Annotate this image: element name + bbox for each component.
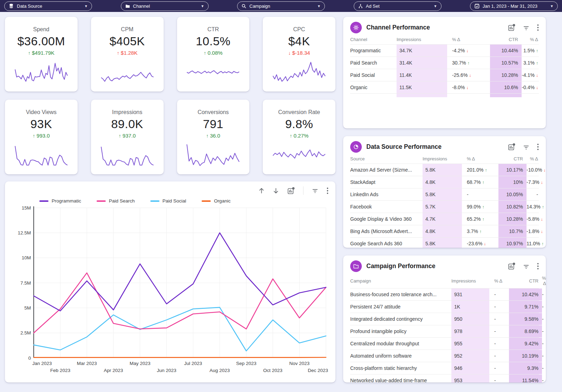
network-icon (350, 22, 362, 33)
kpi-title: CTR (177, 26, 250, 33)
table-row[interactable]: Integrated dedicated contingency 950 - 9… (350, 313, 539, 325)
row-name: Google Search Ads 360 (350, 241, 423, 246)
database-icon (8, 3, 14, 9)
delta-cell: -25.6%↓ (452, 72, 490, 78)
kebab-icon[interactable] (537, 24, 539, 31)
row-name: Paid Social (350, 72, 397, 78)
legend-programmatic[interactable]: Programmatic (39, 198, 81, 204)
table-row[interactable]: Google Search Ads 360 5.8K -23.6%↓ 10.97… (350, 237, 539, 248)
kpi-delta: ↑$1.28K (91, 50, 164, 56)
legend-swatch (39, 200, 48, 202)
filter-icon[interactable] (312, 188, 318, 193)
delta-cell: 3.7%↑ (467, 228, 498, 234)
table-row[interactable]: Centralized modular throughput 955 - 9.4… (350, 337, 539, 350)
left-column: Spend $36.00M ↑$491.79K CPM $405K ↑$1.28… (5, 17, 335, 383)
filter-ad-set[interactable]: Ad Set ▼ (354, 1, 442, 11)
chart-legend: ProgrammaticPaid SearchPaid SocialOrgani… (39, 198, 328, 204)
toolbar-divider (303, 186, 303, 195)
table-row[interactable]: Facebook 5.7K 99.0%↑ 10.82% 14.3%↑ (350, 200, 539, 213)
filter-date-range[interactable]: Jan 1, 2023 - Mar 31, 2023 ▼ (470, 1, 558, 11)
table-row[interactable]: Paid Search 31.4K 30.7%↑ 10.57% 3.1%↑ (350, 57, 539, 69)
svg-text:Aug 2023: Aug 2023 (210, 368, 230, 373)
arrow-down-icon: ↓ (469, 73, 471, 78)
table-row[interactable]: Business-focused zero tolerance arch... … (350, 288, 539, 300)
filter-campaign[interactable]: Campaign ▼ (237, 1, 325, 11)
table-row[interactable]: Networked value-added time-frame 953 - 1… (350, 374, 539, 383)
table-toolbar (508, 24, 539, 31)
table-row[interactable]: Profound intangible policy 978 - 8.69% - (350, 325, 539, 337)
impressions-cell: 4.8K (423, 225, 462, 237)
delta-cell: -1.8%↓ (527, 228, 544, 234)
table-row[interactable]: Paid Social 11.4K -25.6%↓ 10.28% -4.1%↓ (350, 69, 539, 81)
chart-icon[interactable] (508, 263, 515, 270)
table-row[interactable]: Bing Ads (Microsoft Advert... 4.8K 3.7%↑… (350, 225, 539, 237)
svg-text:Jun 2023: Jun 2023 (157, 368, 176, 373)
arrow-down-icon[interactable] (273, 187, 279, 194)
svg-text:Oct 2023: Oct 2023 (263, 368, 282, 373)
filter-icon[interactable] (523, 264, 529, 269)
table-row[interactable]: Persistent 24/7 attitude 1K - 9.71% - (350, 300, 539, 313)
row-name: Amazon Ad Server (Sizme... (350, 167, 423, 173)
filter-channel[interactable]: Channel ▼ (121, 1, 209, 11)
kpi-title: Conversion Rate (263, 109, 335, 115)
table-row[interactable]: Organic 11.5K -8.0%↓ 10.6% -0.4%↓ (350, 81, 539, 93)
delta-cell: 11.0%↑ (527, 241, 544, 246)
channel-performance-card: Channel Performance Channel Impressions … (343, 17, 546, 128)
table-row[interactable]: Programmatic 34.7K -4.2%↓ 10.44% 1.5%↑ (350, 44, 539, 57)
legend-paid-search[interactable]: Paid Search (97, 198, 135, 204)
table-title: Data Source Performance (366, 143, 442, 151)
arrow-up-icon: ↑ (482, 205, 484, 210)
arrow-up-icon[interactable] (259, 187, 264, 194)
table-toolbar (508, 263, 539, 270)
filter-icon[interactable] (523, 144, 529, 150)
ctr-cell: 10.82% (498, 201, 527, 213)
folder-badge-icon (350, 260, 362, 272)
chart-icon[interactable] (508, 24, 515, 31)
chevron-down-icon: ▼ (434, 4, 437, 8)
ctr-cell: 10.97% (498, 238, 527, 248)
chart-icon[interactable] (508, 143, 515, 151)
table-toolbar (508, 143, 539, 151)
kebab-icon[interactable] (537, 144, 539, 150)
kpi-value: 93K (5, 117, 78, 131)
table-row[interactable]: Cross-platform static hierarchy 946 - 9.… (350, 362, 539, 374)
impressions-cell: 34.7K (397, 45, 447, 57)
delta-cell: 30.7%↑ (452, 60, 490, 66)
arrow-up-icon: ↑ (479, 229, 482, 234)
kebab-icon[interactable] (537, 263, 539, 270)
delta-cell: 65.2%↑ (467, 216, 498, 222)
arrow-up-icon: ↑ (482, 180, 484, 185)
table-row[interactable]: LinkedIn Ads 5.8K - 10.05% - (350, 188, 539, 200)
delta-cell: - (542, 341, 544, 346)
ctr-cell: 10% (498, 176, 527, 188)
filter-data-source[interactable]: Data Source ▼ (4, 1, 92, 11)
filter-label: Ad Set (366, 4, 380, 9)
filter-label: Channel (133, 4, 150, 9)
row-name: Cross-platform static hierarchy (350, 365, 451, 371)
kpi-grid: Spend $36.00M ↑$491.79K CPM $405K ↑$1.28… (5, 17, 335, 174)
delta-cell: - (542, 304, 544, 310)
filter-icon[interactable] (523, 25, 529, 31)
legend-paid-social[interactable]: Paid Social (150, 198, 187, 204)
table-title: Channel Performance (366, 24, 430, 31)
arrow-up-icon: ↑ (204, 50, 206, 56)
col-label: CTR (490, 37, 522, 42)
table-row[interactable]: StackAdapt 4.8K 68.7%↑ 10% -7.3%↓ (350, 176, 539, 188)
delta-cell: 201.0%↑ (467, 167, 498, 173)
kpi-title: Video Views (5, 109, 78, 115)
impressions-cell: 1K (451, 301, 489, 313)
table-row[interactable]: Amazon Ad Server (Sizme... 5.8K 201.0%↑ … (350, 164, 539, 176)
impressions-cell: 5.8K (423, 238, 462, 248)
kpi-card-impressions: Impressions 89.0K ↑937.0 (91, 100, 164, 174)
table-row[interactable]: Automated uniform software 952 - 10.19% … (350, 350, 539, 362)
legend-organic[interactable]: Organic (202, 198, 230, 204)
delta-cell: -8.0%↓ (452, 85, 490, 90)
kebab-icon[interactable] (327, 187, 328, 194)
impressions-cell: 931 (451, 288, 489, 300)
chart-icon[interactable] (287, 187, 295, 194)
kpi-sparkline (5, 141, 78, 171)
arrow-up-icon: ↑ (482, 217, 484, 222)
svg-text:Jul 2023: Jul 2023 (184, 361, 202, 366)
arrow-up-icon: ↑ (485, 168, 487, 173)
table-row[interactable]: Google Display & Video 360 4.7K 65.2%↑ 1… (350, 213, 539, 225)
